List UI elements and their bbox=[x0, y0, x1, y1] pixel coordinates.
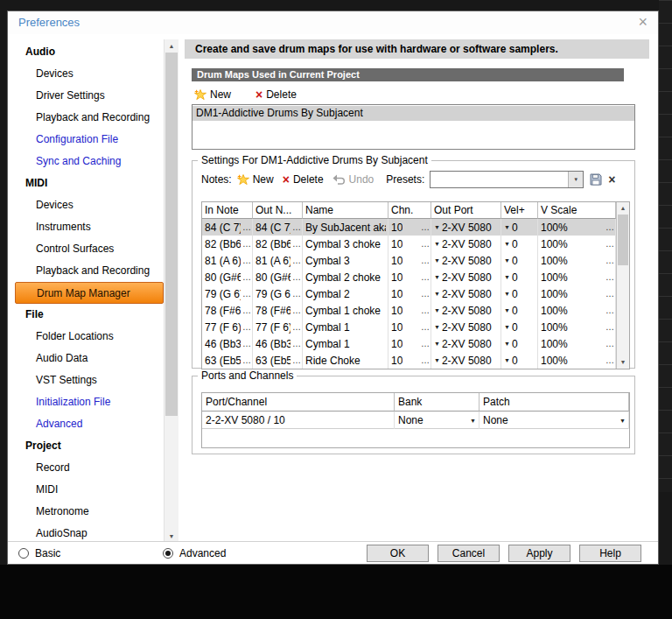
note-cell-in-note[interactable]: 82 (Bb6)… bbox=[202, 236, 253, 252]
note-cell-vel-plus[interactable]: ▼0 bbox=[501, 219, 538, 236]
patch-select[interactable]: None▼ bbox=[480, 411, 629, 429]
note-table-row[interactable]: 63 (Eb5)…63 (Eb5)…Ride Choke10…▼2-XV 508… bbox=[202, 352, 629, 369]
new-note-button[interactable]: New bbox=[237, 173, 274, 186]
sidebar-item-audio-driver-settings[interactable]: Driver Settings bbox=[15, 85, 164, 107]
save-preset-button[interactable] bbox=[590, 173, 602, 186]
more-icon[interactable]: … bbox=[241, 222, 250, 232]
more-icon[interactable]: … bbox=[604, 306, 613, 315]
table-scrollbar-thumb[interactable] bbox=[618, 215, 628, 265]
more-icon[interactable]: … bbox=[290, 256, 300, 265]
note-cell-out-note[interactable]: 63 (Eb5)… bbox=[253, 352, 303, 369]
note-cell-out-port[interactable]: ▼2-XV 5080 bbox=[431, 269, 501, 285]
table-scrollbar[interactable]: ▲ ▼ bbox=[616, 202, 629, 369]
more-icon[interactable]: … bbox=[604, 272, 613, 282]
note-cell-name[interactable]: Cymbal 2 choke bbox=[303, 269, 388, 285]
scroll-up-icon[interactable]: ▲ bbox=[164, 39, 178, 53]
more-icon[interactable]: … bbox=[290, 339, 300, 348]
more-icon[interactable]: … bbox=[241, 256, 250, 265]
note-cell-in-note[interactable]: 78 (F#6)… bbox=[202, 302, 253, 319]
sidebar-item-project-audiosnap[interactable]: AudioSnap bbox=[15, 523, 164, 543]
more-icon[interactable]: … bbox=[290, 289, 300, 299]
more-icon[interactable]: … bbox=[604, 256, 613, 265]
sidebar-scrollbar[interactable]: ▲ ▼ bbox=[164, 39, 178, 543]
delete-preset-button[interactable]: × bbox=[608, 174, 615, 185]
sidebar-item-midi-drum-map-manager[interactable]: Drum Map Manager bbox=[15, 282, 164, 304]
sidebar-item-file-audio-data[interactable]: Audio Data bbox=[15, 348, 164, 369]
note-cell-in-note[interactable]: 46 (Bb3)… bbox=[202, 335, 253, 352]
note-cell-out-port[interactable]: ▼2-XV 5080 bbox=[431, 219, 501, 236]
more-icon[interactable]: … bbox=[419, 322, 429, 332]
sidebar-item-file-vst-settings[interactable]: VST Settings bbox=[15, 369, 164, 391]
note-cell-name[interactable]: Ride Choke bbox=[303, 352, 388, 369]
note-table-row[interactable]: 82 (Bb6)…82 (Bb6)…Cymbal 3 choke10…▼2-XV… bbox=[202, 236, 629, 252]
delete-note-button[interactable]: × Delete bbox=[283, 173, 324, 186]
note-cell-out-note[interactable]: 77 (F 6)… bbox=[253, 319, 303, 335]
note-column-header-chn[interactable]: Chn. bbox=[388, 202, 431, 219]
note-cell-in-note[interactable]: 77 (F 6)… bbox=[202, 319, 253, 335]
note-column-header-in-note[interactable]: In Note bbox=[202, 202, 253, 219]
presets-combobox[interactable]: ▼ bbox=[430, 171, 584, 188]
note-cell-vel-plus[interactable]: ▼0 bbox=[501, 252, 538, 269]
apply-button[interactable]: Apply bbox=[508, 545, 570, 562]
more-icon[interactable]: … bbox=[604, 339, 613, 348]
more-icon[interactable]: … bbox=[419, 256, 429, 265]
note-cell-out-port[interactable]: ▼2-XV 5080 bbox=[431, 319, 501, 335]
more-icon[interactable]: … bbox=[419, 222, 429, 232]
more-icon[interactable]: … bbox=[604, 222, 613, 232]
note-cell-chn[interactable]: 10… bbox=[388, 236, 431, 252]
more-icon[interactable]: … bbox=[604, 289, 613, 299]
more-icon[interactable]: … bbox=[241, 289, 250, 299]
more-icon[interactable]: … bbox=[241, 322, 250, 332]
scroll-down-icon[interactable]: ▼ bbox=[617, 356, 629, 369]
note-cell-chn[interactable]: 10… bbox=[388, 219, 431, 236]
note-cell-vel-plus[interactable]: ▼0 bbox=[501, 236, 538, 252]
note-cell-vel-plus[interactable]: ▼0 bbox=[501, 335, 538, 352]
note-column-header-out-port[interactable]: Out Port bbox=[431, 202, 501, 219]
note-table-row[interactable]: 77 (F 6)…77 (F 6)…Cymbal 110…▼2-XV 5080▼… bbox=[202, 319, 629, 335]
sidebar-item-file-initialization-file[interactable]: Initialization File bbox=[15, 391, 164, 413]
note-table-row[interactable]: 46 (Bb3)…46 (Bb3)…Cymbal 110…▼2-XV 5080▼… bbox=[202, 335, 629, 352]
more-icon[interactable]: … bbox=[604, 322, 613, 332]
note-cell-name[interactable]: Cymbal 1 choke bbox=[303, 302, 388, 319]
note-cell-v-scale[interactable]: 100%… bbox=[538, 252, 616, 269]
note-cell-name[interactable]: Cymbal 1 bbox=[303, 319, 388, 335]
note-cell-out-note[interactable]: 81 (A 6)… bbox=[253, 252, 303, 269]
more-icon[interactable]: … bbox=[290, 322, 300, 332]
note-cell-in-note[interactable]: 80 (G#6)… bbox=[202, 269, 253, 285]
note-column-header-vel[interactable]: Vel+ bbox=[501, 202, 538, 219]
scroll-up-icon[interactable]: ▲ bbox=[617, 202, 629, 215]
sidebar-item-midi-control-surfaces[interactable]: Control Surfaces bbox=[15, 238, 164, 260]
note-cell-v-scale[interactable]: 100%… bbox=[538, 319, 616, 335]
sidebar-item-project-record[interactable]: Record bbox=[15, 457, 164, 479]
drum-maps-listbox[interactable]: DM1-Addictive Drums By Subjacent bbox=[192, 104, 635, 150]
note-cell-chn[interactable]: 10… bbox=[388, 335, 431, 352]
more-icon[interactable]: … bbox=[604, 355, 613, 365]
sidebar-scrollbar-thumb[interactable] bbox=[165, 53, 178, 416]
sidebar-item-midi-devices[interactable]: Devices bbox=[15, 194, 164, 216]
note-cell-vel-plus[interactable]: ▼0 bbox=[501, 352, 538, 369]
note-cell-v-scale[interactable]: 100%… bbox=[538, 352, 616, 369]
note-cell-out-port[interactable]: ▼2-XV 5080 bbox=[431, 236, 501, 252]
note-cell-chn[interactable]: 10… bbox=[388, 252, 431, 269]
dialog-titlebar[interactable]: Preferences × bbox=[8, 11, 658, 34]
sidebar-item-project-metronome[interactable]: Metronome bbox=[15, 501, 164, 523]
ports-table-row[interactable]: 2-2-XV 5080 / 10None▼None▼ bbox=[202, 411, 629, 429]
more-icon[interactable]: … bbox=[290, 272, 300, 282]
note-cell-v-scale[interactable]: 100%… bbox=[538, 335, 616, 352]
note-cell-out-port[interactable]: ▼2-XV 5080 bbox=[431, 252, 501, 269]
note-cell-name[interactable]: By SubJacent aka J… bbox=[303, 219, 388, 236]
more-icon[interactable]: … bbox=[241, 339, 250, 348]
sidebar-item-audio-sync-and-caching[interactable]: Sync and Caching bbox=[15, 151, 164, 172]
note-column-header-out-n[interactable]: Out N... bbox=[253, 202, 303, 219]
note-table-row[interactable]: 81 (A 6)…81 (A 6)…Cymbal 310…▼2-XV 5080▼… bbox=[202, 252, 629, 269]
note-cell-v-scale[interactable]: 100%… bbox=[538, 302, 616, 319]
note-cell-out-port[interactable]: ▼2-XV 5080 bbox=[431, 285, 501, 302]
more-icon[interactable]: … bbox=[241, 272, 250, 282]
note-cell-out-note[interactable]: 79 (G 6)… bbox=[253, 285, 303, 302]
drum-map-list-item[interactable]: DM1-Addictive Drums By Subjacent bbox=[192, 106, 634, 121]
note-cell-out-port[interactable]: ▼2-XV 5080 bbox=[431, 352, 501, 369]
sidebar-item-audio-configuration-file[interactable]: Configuration File bbox=[15, 129, 164, 151]
note-cell-chn[interactable]: 10… bbox=[388, 269, 431, 285]
note-cell-in-note[interactable]: 63 (Eb5)… bbox=[202, 352, 253, 369]
note-cell-chn[interactable]: 10… bbox=[388, 352, 431, 369]
